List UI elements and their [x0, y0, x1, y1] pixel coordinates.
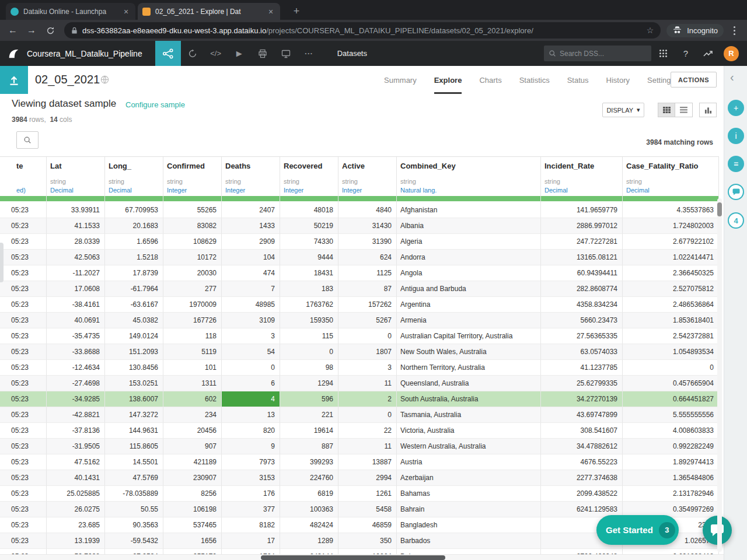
- cell-deaths[interactable]: 3153: [222, 470, 280, 486]
- cell-update[interactable]: 05:23: [0, 423, 47, 439]
- table-view-button[interactable]: [658, 103, 675, 117]
- cell-deaths[interactable]: 377: [222, 502, 280, 517]
- comments-icon[interactable]: [728, 184, 744, 200]
- cell-long[interactable]: 45.0382: [105, 313, 163, 328]
- table-row[interactable]: 05:2340.069145.038216772631091593505267A…: [0, 313, 719, 328]
- cell-lat[interactable]: -38.4161: [47, 297, 105, 313]
- column-meaning[interactable]: Decimal: [47, 184, 104, 194]
- cell-combined_key[interactable]: Tasmania, Australia: [397, 407, 541, 423]
- cell-deaths[interactable]: 3: [222, 328, 280, 344]
- column-meaning[interactable]: Decimal: [541, 184, 622, 194]
- tab-close-icon[interactable]: ×: [121, 7, 131, 16]
- browser-tab-launchpad[interactable]: Dataiku Online - Launchpa ×: [6, 3, 135, 20]
- dataiku-logo[interactable]: [0, 47, 27, 60]
- reload-button[interactable]: [42, 22, 58, 38]
- cell-combined_key[interactable]: Australian Capital Territory, Australia: [397, 328, 541, 344]
- table-search-button[interactable]: [16, 131, 39, 149]
- cell-deaths[interactable]: 7: [222, 281, 280, 297]
- cell-confirmed[interactable]: 118: [163, 328, 222, 344]
- cell-deaths[interactable]: 9: [222, 439, 280, 454]
- table-row[interactable]: 05:2342.50631.5218101721049444624Andorra…: [0, 250, 719, 265]
- display-dropdown[interactable]: DISPLAY ▾: [602, 103, 644, 117]
- tab-status[interactable]: Status: [567, 66, 589, 94]
- cell-recovered[interactable]: 224760: [280, 470, 338, 486]
- cell-confirmed[interactable]: 20456: [163, 423, 222, 439]
- vertical-scrollbar-thumb[interactable]: [717, 202, 722, 216]
- cell-long[interactable]: 151.2093: [105, 344, 163, 360]
- cell-case_fatality_ratio[interactable]: 1.365484806: [623, 470, 719, 486]
- cell-combined_key[interactable]: Angola: [397, 265, 541, 281]
- cell-confirmed[interactable]: 537465: [163, 517, 222, 533]
- cell-long[interactable]: 147.3272: [105, 407, 163, 423]
- cell-update[interactable]: 05:23: [0, 281, 47, 297]
- cell-update[interactable]: 05:23: [0, 344, 47, 360]
- cell-update[interactable]: 05:23: [0, 486, 47, 502]
- column-header-active[interactable]: ActivestringInteger: [338, 157, 397, 202]
- cell-incident_rate[interactable]: 2277.374638: [541, 470, 623, 486]
- cell-incident_rate[interactable]: 2886.997012: [541, 218, 623, 234]
- table-row[interactable]: 05:23-12.4634130.84561010983Northern Ter…: [0, 360, 719, 376]
- cell-long[interactable]: 47.5769: [105, 470, 163, 486]
- cell-incident_rate[interactable]: 27.56365335: [541, 328, 623, 344]
- cell-deaths[interactable]: 820: [222, 423, 280, 439]
- cell-recovered[interactable]: 1289: [280, 533, 338, 549]
- cell-case_fatality_ratio[interactable]: 0: [623, 360, 719, 376]
- cell-active[interactable]: 10264: [338, 549, 397, 554]
- cell-recovered[interactable]: 596: [280, 391, 338, 407]
- cell-incident_rate[interactable]: 2700.426948: [541, 549, 623, 554]
- cell-recovered[interactable]: 183: [280, 281, 338, 297]
- cell-active[interactable]: 4840: [338, 202, 397, 218]
- cell-combined_key[interactable]: Armenia: [397, 313, 541, 328]
- cell-combined_key[interactable]: Andorra: [397, 250, 541, 265]
- cell-deaths[interactable]: 0: [222, 360, 280, 376]
- tab-close-icon[interactable]: ×: [266, 7, 275, 16]
- chart-view-button[interactable]: [699, 103, 717, 117]
- table-row[interactable]: 05:2341.153320.16838308214335021931430Al…: [0, 218, 719, 234]
- cell-update[interactable]: 05:23: [0, 218, 47, 234]
- cell-update[interactable]: 05:23: [0, 328, 47, 344]
- cell-recovered[interactable]: 243144: [280, 549, 338, 554]
- cell-confirmed[interactable]: 20030: [163, 265, 222, 281]
- cell-lat[interactable]: -27.4698: [47, 376, 105, 391]
- cell-incident_rate[interactable]: 2099.438522: [541, 486, 623, 502]
- cell-case_fatality_ratio[interactable]: 0.457665904: [623, 376, 719, 391]
- column-header-recovered[interactable]: RecoveredstringInteger: [280, 157, 338, 202]
- cell-combined_key[interactable]: Barbados: [397, 533, 541, 549]
- cell-active[interactable]: 157262: [338, 297, 397, 313]
- cell-deaths[interactable]: 176: [222, 486, 280, 502]
- jobs-play-icon[interactable]: ▶: [228, 41, 251, 66]
- column-header-deaths[interactable]: DeathsstringInteger: [222, 157, 280, 202]
- cell-combined_key[interactable]: Austria: [397, 454, 541, 470]
- column-meaning[interactable]: Decimal: [105, 184, 163, 194]
- cell-lat[interactable]: 53.7098: [47, 549, 105, 554]
- cell-long[interactable]: 144.9631: [105, 423, 163, 439]
- cell-update[interactable]: 05:23: [0, 502, 47, 517]
- cell-combined_key[interactable]: Bangladesh: [397, 517, 541, 533]
- table-row[interactable]: 05:23-37.8136144.9631204568201961422Vict…: [0, 423, 719, 439]
- cell-incident_rate[interactable]: 60.94394411: [541, 265, 623, 281]
- dss-search-input[interactable]: Search DSS...: [544, 46, 651, 61]
- table-row[interactable]: 05:2328.03391.659610862929097433031390Al…: [0, 234, 719, 250]
- cell-case_fatality_ratio[interactable]: 4.35537863: [623, 202, 719, 218]
- cell-case_fatality_ratio[interactable]: 0.664451827: [623, 391, 719, 407]
- address-bar[interactable]: dss-363882aa-e8eaeed9-dku.eu-west-3.app.…: [64, 22, 661, 38]
- cell-deaths[interactable]: 48985: [222, 297, 280, 313]
- cell-confirmed[interactable]: 10172: [163, 250, 222, 265]
- cell-recovered[interactable]: 6819: [280, 486, 338, 502]
- cell-update[interactable]: 05:23: [0, 549, 47, 554]
- tab-statistics[interactable]: Statistics: [519, 66, 550, 94]
- cell-active[interactable]: 87: [338, 281, 397, 297]
- cell-update[interactable]: 05:23: [0, 376, 47, 391]
- cell-case_fatality_ratio[interactable]: 2.527075812: [623, 281, 719, 297]
- cell-long[interactable]: 50.55: [105, 502, 163, 517]
- bookmark-star-icon[interactable]: ☆: [647, 26, 654, 35]
- cell-update[interactable]: 05:23: [0, 407, 47, 423]
- cell-active[interactable]: 11: [338, 439, 397, 454]
- cell-lat[interactable]: 40.1431: [47, 470, 105, 486]
- cell-case_fatality_ratio[interactable]: 0.691298418: [623, 549, 719, 554]
- column-meaning[interactable]: Integer: [222, 184, 280, 194]
- cell-deaths[interactable]: 3109: [222, 313, 280, 328]
- cell-lat[interactable]: -12.4634: [47, 360, 105, 376]
- cell-deaths[interactable]: 2909: [222, 234, 280, 250]
- cell-incident_rate[interactable]: 34.27270139: [541, 391, 623, 407]
